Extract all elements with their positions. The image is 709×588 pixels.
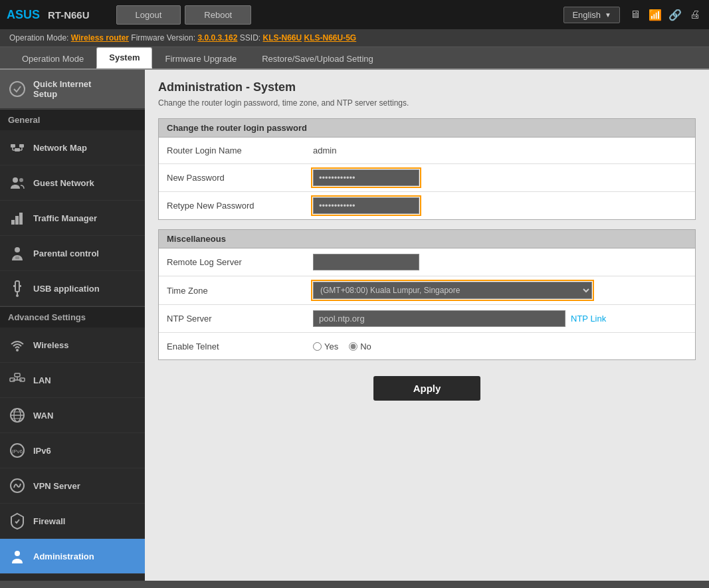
login-name-value: admin	[313, 146, 336, 155]
layout: Quick InternetSetup General Network Map	[0, 70, 709, 581]
new-password-input[interactable]	[313, 169, 419, 186]
lan-icon	[8, 371, 27, 389]
apply-button[interactable]: Apply	[373, 376, 481, 401]
sidebar-advanced-section: Advanced Settings	[0, 306, 145, 328]
reboot-button[interactable]: Reboot	[185, 5, 251, 25]
ipv6-icon: IPv6	[8, 441, 27, 460]
sidebar-item-label-usb-application: USB application	[33, 284, 100, 294]
logo-asus: ASUS	[7, 8, 40, 22]
svg-rect-10	[11, 220, 15, 225]
sidebar-item-label-vpn-server: VPN Server	[33, 481, 80, 491]
sidebar-item-wireless[interactable]: Wireless	[0, 328, 145, 363]
header: ASUS RT-N66U Logout Reboot English ▼ 🖥 📶…	[0, 0, 709, 29]
svg-rect-18	[19, 285, 21, 287]
retype-password-input[interactable]	[313, 197, 419, 214]
sidebar-item-parental-control[interactable]: Parental control	[0, 236, 145, 271]
svg-point-0	[10, 82, 25, 96]
sidebar-item-label-quick-setup: Quick InternetSetup	[33, 79, 91, 99]
ntp-link[interactable]: NTP Link	[571, 314, 606, 324]
svg-point-13	[15, 247, 20, 252]
svg-rect-12	[19, 213, 23, 225]
sidebar-item-label-wan: WAN	[33, 411, 53, 421]
svg-rect-22	[15, 373, 20, 377]
firewall-icon	[8, 512, 27, 530]
remote-log-input[interactable]	[313, 254, 419, 270]
sidebar-item-wan[interactable]: WAN	[0, 398, 145, 433]
form-row-ntp: NTP Server NTP Link	[159, 305, 695, 333]
monitor-icon[interactable]: 🖥	[628, 7, 643, 22]
tab-operation-mode[interactable]: Operation Mode	[9, 49, 96, 68]
sidebar-item-quick-setup[interactable]: Quick InternetSetup	[0, 70, 145, 109]
sidebar-item-label-wireless: Wireless	[33, 340, 68, 350]
login-name-label: Router Login Name	[167, 146, 313, 155]
sidebar-item-guest-network[interactable]: Guest Network	[0, 165, 145, 201]
retype-password-label: Retype New Password	[167, 201, 313, 211]
main-content: Administration - System Change the route…	[145, 70, 709, 581]
sidebar-item-vpn-server[interactable]: VPN Server	[0, 468, 145, 504]
logo: ASUS RT-N66U	[7, 8, 90, 22]
svg-rect-1	[11, 144, 15, 147]
ntp-input[interactable]	[313, 310, 565, 327]
wifi-icon[interactable]: 📶	[648, 7, 662, 22]
operation-mode-value: Wireless router	[71, 33, 129, 43]
sidebar-item-label-administration: Administration	[33, 551, 94, 561]
vpn-icon	[8, 476, 27, 495]
sidebar-item-usb-application[interactable]: USB application	[0, 271, 145, 306]
sidebar-item-label-ipv6: IPv6	[33, 446, 51, 456]
tab-system[interactable]: System	[96, 47, 152, 68]
lang-selector[interactable]: English ▼	[563, 7, 620, 23]
form-row-remote-log: Remote Log Server	[159, 248, 695, 276]
usb-icon	[8, 279, 27, 298]
sidebar-item-ipv6[interactable]: IPv6 IPv6	[0, 433, 145, 468]
telnet-no-label[interactable]: No	[349, 342, 371, 351]
sidebar-item-firewall[interactable]: Firewall	[0, 504, 145, 539]
remote-log-label: Remote Log Server	[167, 257, 313, 267]
form-row-new-password: New Password	[159, 164, 695, 192]
telnet-no-radio[interactable]	[349, 342, 357, 351]
section-misc: Miscellaneous Remote Log Server Time Zon…	[158, 229, 696, 360]
sidebar-item-network-map[interactable]: Network Map	[0, 130, 145, 165]
page-title: Administration - System	[158, 80, 696, 94]
firmware-value: 3.0.0.3.162	[197, 33, 237, 43]
sidebar-item-administration[interactable]: Administration	[0, 539, 145, 574]
svg-rect-11	[15, 216, 19, 225]
tab-restore-save[interactable]: Restore/Save/Upload Setting	[249, 49, 386, 68]
telnet-no-text: No	[360, 342, 371, 351]
form-row-login-name: Router Login Name admin	[159, 138, 695, 164]
sidebar-item-label-guest-network: Guest Network	[33, 178, 94, 188]
ssid-label: SSID:	[240, 33, 260, 43]
sidebar-item-lan[interactable]: LAN	[0, 363, 145, 398]
svg-point-9	[19, 178, 23, 182]
telnet-label: Enable Telnet	[167, 342, 313, 351]
form-row-time-zone: Time Zone (GMT+08:00) Kuala Lumpur, Sing…	[159, 276, 695, 305]
ssid-value2: KLS-N66U-5G	[304, 33, 357, 43]
sidebar-item-label-traffic-manager: Traffic Manager	[33, 213, 97, 223]
svg-rect-17	[13, 285, 16, 287]
sidebar-item-label-network-map: Network Map	[33, 143, 87, 153]
time-zone-label: Time Zone	[167, 286, 313, 296]
subheader: Operation Mode: Wireless router Firmware…	[0, 29, 709, 47]
network-icon[interactable]: 🔗	[668, 7, 682, 22]
svg-point-34	[15, 551, 20, 556]
wan-icon	[8, 406, 27, 425]
sidebar-item-label-firewall: Firewall	[33, 516, 65, 526]
logo-model: RT-N66U	[48, 9, 90, 21]
new-password-label: New Password	[167, 173, 313, 183]
tab-firmware-upgrade[interactable]: Firmware Upgrade	[152, 49, 249, 68]
section-password-header: Change the router login password	[159, 119, 695, 138]
time-zone-select[interactable]: (GMT+08:00) Kuala Lumpur, Singapore (GMT…	[313, 282, 592, 299]
sidebar-item-traffic-manager[interactable]: Traffic Manager	[0, 201, 145, 236]
telnet-yes-label[interactable]: Yes	[313, 342, 338, 351]
ntp-label: NTP Server	[167, 314, 313, 324]
sidebar-item-label-lan: LAN	[33, 375, 51, 385]
guest-icon	[8, 173, 27, 192]
quick-icon	[8, 80, 27, 98]
header-icons: 🖥 📶 🔗 🖨	[628, 7, 702, 22]
tabbar: Operation Mode System Firmware Upgrade R…	[0, 47, 709, 70]
svg-point-8	[13, 177, 18, 183]
svg-point-16	[16, 294, 19, 297]
firmware-label: Firmware Version:	[131, 33, 195, 43]
telnet-yes-radio[interactable]	[313, 342, 322, 351]
logout-button[interactable]: Logout	[116, 5, 181, 25]
printer-icon[interactable]: 🖨	[688, 7, 702, 22]
